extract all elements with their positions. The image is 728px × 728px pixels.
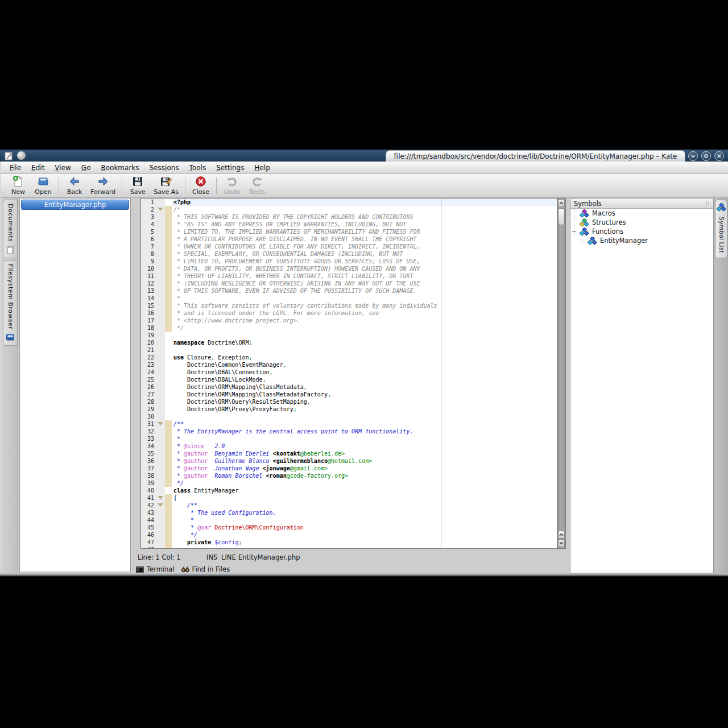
code-line-6[interactable]: 6 * A PARTICULAR PURPOSE ARE DISCLAIMED.…: [141, 235, 557, 243]
menu-help[interactable]: Help: [249, 163, 275, 173]
code-line-47[interactable]: 47 private $config;: [141, 539, 557, 546]
tree-expander-icon[interactable]: −: [572, 228, 577, 235]
code-editor[interactable]: 1<?php2/*3 * THIS SOFTWARE IS PROVIDED B…: [140, 198, 557, 549]
code-line-2[interactable]: 2/*: [141, 206, 557, 213]
maximize-button[interactable]: [701, 151, 711, 161]
code-line-45[interactable]: 45 * @var Doctrine\ORM\Configuration: [141, 524, 557, 531]
menu-edit[interactable]: Edit: [26, 163, 49, 173]
code-line-14[interactable]: 14 *: [141, 295, 557, 302]
menu-tools[interactable]: Tools: [184, 163, 212, 173]
minimize-button[interactable]: [688, 151, 698, 161]
save-as-button[interactable]: Save As: [150, 174, 182, 197]
fold-column: [156, 479, 165, 487]
code-line-21[interactable]: 21: [141, 346, 557, 354]
close-button[interactable]: Close: [188, 174, 213, 197]
scrollbar-down-arrow-icon[interactable]: [558, 539, 565, 547]
code-line-8[interactable]: 8 * SPECIAL, EXEMPLARY, OR CONSEQUENTIAL…: [141, 250, 557, 258]
code-line-40[interactable]: 40class EntityManager: [141, 487, 557, 494]
symbols-panel-header[interactable]: Symbols ⁞⁞: [570, 198, 713, 209]
scrollbar-thumb[interactable]: [558, 208, 565, 225]
titlebar[interactable]: file:///tmp/sandbox/src/vendor/doctrine/…: [0, 149, 728, 162]
code-line-29[interactable]: 29 Doctrine\ORM\Proxy\ProxyFactory;: [141, 406, 557, 413]
code-text: */: [172, 324, 557, 332]
editor-vertical-scrollbar[interactable]: [557, 198, 566, 549]
line-number: 17: [141, 317, 156, 324]
save-button[interactable]: Save: [125, 174, 150, 197]
tab-documents[interactable]: Documents: [3, 200, 18, 258]
fold-region-strip: [165, 428, 172, 435]
open-button[interactable]: Open: [31, 174, 56, 197]
menu-view[interactable]: View: [49, 163, 76, 173]
code-line-28[interactable]: 28 Doctrine\ORM\Query\ResultSetMapping,: [141, 398, 557, 406]
menu-sessions[interactable]: Sessions: [144, 163, 184, 173]
code-line-31[interactable]: 31/**: [141, 420, 557, 428]
close-button[interactable]: [714, 151, 724, 161]
new-button[interactable]: New: [6, 174, 31, 197]
menu-go[interactable]: Go: [76, 163, 96, 173]
code-line-41[interactable]: 41{: [141, 494, 557, 502]
menu-bookmarks[interactable]: Bookmarks: [96, 163, 144, 173]
symbol-node-macros[interactable]: Macros: [570, 209, 713, 218]
line-number: 34: [141, 442, 156, 450]
code-line-7[interactable]: 7 * OWNER OR CONTRIBUTORS BE LIABLE FOR …: [141, 243, 557, 250]
code-line-36[interactable]: 36 * @author Guilherme Blanco <guilherme…: [141, 457, 557, 465]
menu-file[interactable]: File: [5, 163, 26, 173]
tab-symbol-list[interactable]: Symbol List: [715, 200, 727, 258]
code-line-27[interactable]: 27 Doctrine\ORM\Mapping\ClassMetadataFac…: [141, 391, 557, 398]
fold-column: [156, 339, 165, 346]
back-button[interactable]: Back: [62, 174, 87, 197]
code-line-33[interactable]: 33 *: [141, 435, 557, 442]
fold-marker-icon[interactable]: [156, 420, 165, 428]
fold-marker-icon[interactable]: [156, 502, 165, 509]
code-line-5[interactable]: 5 * LIMITED TO, THE IMPLIED WARRANTIES O…: [141, 228, 557, 235]
scrollbar-up-arrow-icon[interactable]: [558, 199, 565, 207]
code-text: * @author Roman Borschel <roman@code-fac…: [172, 472, 557, 479]
code-line-15[interactable]: 15 * This software consists of voluntary…: [141, 302, 557, 309]
code-line-20[interactable]: 20namespace Doctrine\ORM;: [141, 339, 557, 346]
code-line-42[interactable]: 42 /**: [141, 502, 557, 509]
code-line-13[interactable]: 13 * OF THIS SOFTWARE, EVEN IF ADVISED O…: [141, 287, 557, 295]
code-line-18[interactable]: 18 */: [141, 324, 557, 332]
code-line-25[interactable]: 25 Doctrine\DBAL\LockMode,: [141, 376, 557, 383]
code-line-16[interactable]: 16 * and is licensed under the LGPL. For…: [141, 309, 557, 317]
find-in-files-button[interactable]: Find in Files: [181, 565, 230, 573]
code-line-19[interactable]: 19: [141, 332, 557, 339]
document-list-item[interactable]: EntityManager.php: [21, 200, 129, 210]
forward-button[interactable]: Forward: [87, 174, 119, 197]
fold-column: [156, 309, 165, 317]
code-line-43[interactable]: 43 * The used Configuration.: [141, 509, 557, 516]
code-line-1[interactable]: 1<?php: [141, 198, 557, 206]
symbol-node-functions[interactable]: −Functions: [570, 227, 713, 236]
code-line-44[interactable]: 44 *: [141, 516, 557, 524]
code-line-35[interactable]: 35 * @author Benjamin Eberlei <kontakt@b…: [141, 450, 557, 457]
code-line-10[interactable]: 10 * DATA, OR PROFITS; OR BUSINESS INTER…: [141, 265, 557, 272]
toolbar-separator: [122, 177, 122, 194]
code-line-9[interactable]: 9 * LIMITED TO, PROCUREMENT OF SUBSTITUT…: [141, 258, 557, 265]
symbol-node-structures[interactable]: Structures: [570, 218, 713, 227]
fold-marker-icon[interactable]: [156, 206, 165, 213]
code-line-22[interactable]: 22use Closure, Exception,: [141, 354, 557, 361]
code-line-39[interactable]: 39 */: [141, 479, 557, 487]
code-line-26[interactable]: 26 Doctrine\ORM\Mapping\ClassMetadata,: [141, 383, 557, 391]
scrollbar-up-arrow2-icon[interactable]: [558, 531, 565, 539]
line-number: 41: [141, 494, 156, 502]
symbol-node-entitymanager[interactable]: EntityManager: [570, 236, 713, 245]
menu-settings[interactable]: Settings: [211, 163, 249, 173]
code-line-34[interactable]: 34 * @since 2.0: [141, 442, 557, 450]
code-line-38[interactable]: 38 * @author Roman Borschel <roman@code-…: [141, 472, 557, 479]
code-line-17[interactable]: 17 * <http://www.doctrine-project.org>.: [141, 317, 557, 324]
code-line-12[interactable]: 12 * (INCLUDING NEGLIGENCE OR OTHERWISE)…: [141, 280, 557, 287]
code-line-30[interactable]: 30: [141, 413, 557, 420]
fold-marker-icon[interactable]: [156, 494, 165, 502]
code-line-24[interactable]: 24 Doctrine\DBAL\Connection,: [141, 369, 557, 376]
code-line-23[interactable]: 23 Doctrine\Common\EventManager,: [141, 361, 557, 369]
code-line-46[interactable]: 46 */: [141, 531, 557, 539]
tab-filesystem-browser[interactable]: Filesystem Browser: [3, 260, 18, 346]
code-line-32[interactable]: 32 * The EntityManager is the central ac…: [141, 428, 557, 435]
close-file-icon: [195, 175, 207, 188]
code-line-37[interactable]: 37 * @author Jonathan Wage <jonwage@gmai…: [141, 465, 557, 472]
code-line-11[interactable]: 11 * THEORY OF LIABILITY, WHETHER IN CON…: [141, 272, 557, 280]
code-line-3[interactable]: 3 * THIS SOFTWARE IS PROVIDED BY THE COP…: [141, 213, 557, 221]
terminal-button[interactable]: Terminal: [136, 565, 175, 573]
code-line-4[interactable]: 4 * "AS IS" AND ANY EXPRESS OR IMPLIED W…: [141, 221, 557, 228]
